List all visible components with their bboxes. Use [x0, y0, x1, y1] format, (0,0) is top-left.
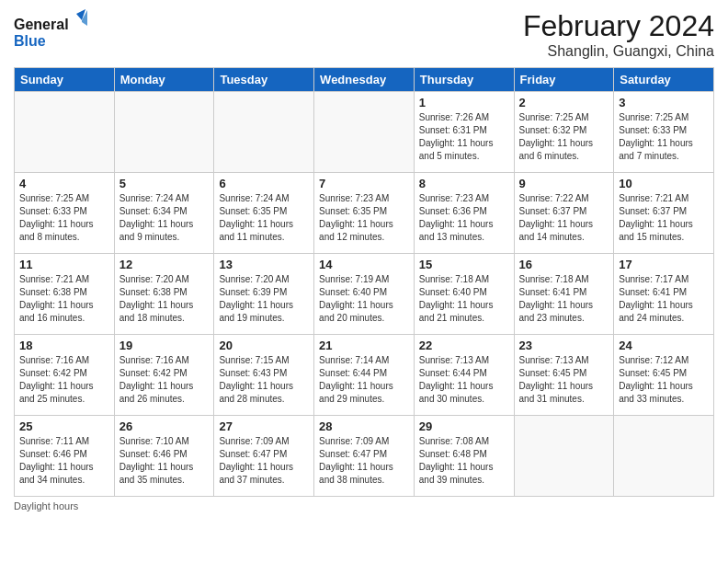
cell-1-1: 5Sunrise: 7:24 AMSunset: 6:34 PMDaylight…: [114, 173, 214, 254]
header-wednesday: Wednesday: [314, 68, 415, 92]
day-info-3-3: Sunrise: 7:14 AMSunset: 6:44 PMDaylight:…: [319, 354, 409, 406]
day-info-2-4: Sunrise: 7:18 AMSunset: 6:40 PMDaylight:…: [419, 273, 509, 325]
cell-1-5: 9Sunrise: 7:22 AMSunset: 6:37 PMDaylight…: [514, 173, 614, 254]
day-number-4-4: 29: [419, 419, 509, 433]
cell-2-3: 14Sunrise: 7:19 AMSunset: 6:40 PMDayligh…: [314, 254, 415, 335]
day-number-2-5: 16: [519, 258, 609, 271]
day-number-4-3: 28: [319, 419, 409, 433]
cell-1-0: 4Sunrise: 7:25 AMSunset: 6:33 PMDaylight…: [15, 173, 115, 254]
day-info-4-3: Sunrise: 7:09 AMSunset: 6:47 PMDaylight:…: [319, 435, 409, 487]
day-info-4-4: Sunrise: 7:08 AMSunset: 6:48 PMDaylight:…: [419, 435, 509, 487]
header-monday: Monday: [114, 68, 214, 92]
day-number-2-1: 12: [119, 258, 210, 271]
day-number-4-0: 25: [19, 419, 109, 433]
header-sunday: Sunday: [15, 68, 115, 92]
cell-4-5: [514, 416, 614, 497]
svg-text:General: General: [14, 17, 69, 32]
day-number-3-2: 20: [219, 339, 309, 352]
day-number-4-2: 27: [219, 419, 309, 433]
day-info-1-4: Sunrise: 7:23 AMSunset: 6:36 PMDaylight:…: [419, 192, 509, 244]
cell-1-4: 8Sunrise: 7:23 AMSunset: 6:36 PMDaylight…: [414, 173, 514, 254]
cell-3-0: 18Sunrise: 7:16 AMSunset: 6:42 PMDayligh…: [15, 335, 115, 416]
week-row-3: 18Sunrise: 7:16 AMSunset: 6:42 PMDayligh…: [15, 335, 714, 416]
week-row-2: 11Sunrise: 7:21 AMSunset: 6:38 PMDayligh…: [15, 254, 714, 335]
day-number-3-5: 23: [519, 339, 609, 352]
cell-1-6: 10Sunrise: 7:21 AMSunset: 6:37 PMDayligh…: [614, 173, 714, 254]
day-number-1-5: 9: [519, 177, 609, 190]
cell-4-0: 25Sunrise: 7:11 AMSunset: 6:46 PMDayligh…: [15, 416, 115, 497]
day-info-3-0: Sunrise: 7:16 AMSunset: 6:42 PMDaylight:…: [19, 354, 109, 406]
day-info-0-5: Sunrise: 7:25 AMSunset: 6:32 PMDaylight:…: [519, 111, 609, 163]
cell-3-3: 21Sunrise: 7:14 AMSunset: 6:44 PMDayligh…: [314, 335, 415, 416]
sub-title: Shanglin, Guangxi, China: [523, 43, 714, 60]
week-row-1: 4Sunrise: 7:25 AMSunset: 6:33 PMDaylight…: [15, 173, 714, 254]
day-info-2-1: Sunrise: 7:20 AMSunset: 6:38 PMDaylight:…: [119, 273, 210, 325]
day-number-1-2: 6: [219, 177, 309, 190]
header-tuesday: Tuesday: [214, 68, 314, 92]
calendar-header-row: Sunday Monday Tuesday Wednesday Thursday…: [15, 68, 714, 92]
day-info-3-2: Sunrise: 7:15 AMSunset: 6:43 PMDaylight:…: [219, 354, 309, 406]
cell-1-2: 6Sunrise: 7:24 AMSunset: 6:35 PMDaylight…: [214, 173, 314, 254]
cell-0-0: [15, 92, 115, 173]
day-number-1-3: 7: [319, 177, 409, 190]
day-info-3-5: Sunrise: 7:13 AMSunset: 6:45 PMDaylight:…: [519, 354, 609, 406]
day-info-0-4: Sunrise: 7:26 AMSunset: 6:31 PMDaylight:…: [419, 111, 509, 163]
day-info-4-1: Sunrise: 7:10 AMSunset: 6:46 PMDaylight:…: [119, 435, 210, 487]
day-info-2-5: Sunrise: 7:18 AMSunset: 6:41 PMDaylight:…: [519, 273, 609, 325]
footer-note: Daylight hours: [14, 500, 714, 511]
day-info-2-2: Sunrise: 7:20 AMSunset: 6:39 PMDaylight:…: [219, 273, 309, 325]
day-info-2-6: Sunrise: 7:17 AMSunset: 6:41 PMDaylight:…: [619, 273, 709, 325]
cell-2-6: 17Sunrise: 7:17 AMSunset: 6:41 PMDayligh…: [614, 254, 714, 335]
cell-3-4: 22Sunrise: 7:13 AMSunset: 6:44 PMDayligh…: [414, 335, 514, 416]
cell-3-6: 24Sunrise: 7:12 AMSunset: 6:45 PMDayligh…: [614, 335, 714, 416]
cell-0-5: 2Sunrise: 7:25 AMSunset: 6:32 PMDaylight…: [514, 92, 614, 173]
cell-3-1: 19Sunrise: 7:16 AMSunset: 6:42 PMDayligh…: [114, 335, 214, 416]
logo-svg: General Blue: [14, 9, 87, 55]
week-row-4: 25Sunrise: 7:11 AMSunset: 6:46 PMDayligh…: [15, 416, 714, 497]
day-number-3-4: 22: [419, 339, 509, 352]
day-number-3-3: 21: [319, 339, 409, 352]
cell-0-6: 3Sunrise: 7:25 AMSunset: 6:33 PMDaylight…: [614, 92, 714, 173]
day-number-2-4: 15: [419, 258, 509, 271]
day-info-4-2: Sunrise: 7:09 AMSunset: 6:47 PMDaylight:…: [219, 435, 309, 487]
header-thursday: Thursday: [414, 68, 514, 92]
cell-1-3: 7Sunrise: 7:23 AMSunset: 6:35 PMDaylight…: [314, 173, 415, 254]
week-row-0: 1Sunrise: 7:26 AMSunset: 6:31 PMDaylight…: [15, 92, 714, 173]
day-number-2-6: 17: [619, 258, 709, 271]
day-info-1-5: Sunrise: 7:22 AMSunset: 6:37 PMDaylight:…: [519, 192, 609, 244]
day-info-1-3: Sunrise: 7:23 AMSunset: 6:35 PMDaylight:…: [319, 192, 409, 244]
cell-3-5: 23Sunrise: 7:13 AMSunset: 6:45 PMDayligh…: [514, 335, 614, 416]
cell-2-2: 13Sunrise: 7:20 AMSunset: 6:39 PMDayligh…: [214, 254, 314, 335]
cell-3-2: 20Sunrise: 7:15 AMSunset: 6:43 PMDayligh…: [214, 335, 314, 416]
day-number-2-2: 13: [219, 258, 309, 271]
day-info-1-2: Sunrise: 7:24 AMSunset: 6:35 PMDaylight:…: [219, 192, 309, 244]
day-number-2-3: 14: [319, 258, 409, 271]
day-number-3-0: 18: [19, 339, 109, 352]
cell-2-0: 11Sunrise: 7:21 AMSunset: 6:38 PMDayligh…: [15, 254, 115, 335]
day-number-3-1: 19: [119, 339, 210, 352]
day-number-0-5: 2: [519, 96, 609, 109]
day-info-1-1: Sunrise: 7:24 AMSunset: 6:34 PMDaylight:…: [119, 192, 210, 244]
calendar-table: Sunday Monday Tuesday Wednesday Thursday…: [14, 67, 714, 497]
day-number-1-6: 10: [619, 177, 709, 190]
day-number-0-4: 1: [419, 96, 509, 109]
cell-0-1: [114, 92, 214, 173]
logo: General Blue: [14, 9, 87, 55]
day-info-1-0: Sunrise: 7:25 AMSunset: 6:33 PMDaylight:…: [19, 192, 109, 244]
day-info-1-6: Sunrise: 7:21 AMSunset: 6:37 PMDaylight:…: [619, 192, 709, 244]
day-info-2-0: Sunrise: 7:21 AMSunset: 6:38 PMDaylight:…: [19, 273, 109, 325]
header-saturday: Saturday: [614, 68, 714, 92]
svg-text:Blue: Blue: [14, 33, 46, 49]
day-info-3-6: Sunrise: 7:12 AMSunset: 6:45 PMDaylight:…: [619, 354, 709, 406]
page: General Blue February 2024 Shanglin, Gua…: [0, 0, 728, 563]
day-number-1-0: 4: [19, 177, 109, 190]
day-info-3-4: Sunrise: 7:13 AMSunset: 6:44 PMDaylight:…: [419, 354, 509, 406]
cell-0-4: 1Sunrise: 7:26 AMSunset: 6:31 PMDaylight…: [414, 92, 514, 173]
cell-0-3: [314, 92, 415, 173]
cell-2-1: 12Sunrise: 7:20 AMSunset: 6:38 PMDayligh…: [114, 254, 214, 335]
cell-2-4: 15Sunrise: 7:18 AMSunset: 6:40 PMDayligh…: [414, 254, 514, 335]
main-title: February 2024: [523, 9, 714, 43]
cell-4-6: [614, 416, 714, 497]
cell-2-5: 16Sunrise: 7:18 AMSunset: 6:41 PMDayligh…: [514, 254, 614, 335]
cell-4-3: 28Sunrise: 7:09 AMSunset: 6:47 PMDayligh…: [314, 416, 415, 497]
